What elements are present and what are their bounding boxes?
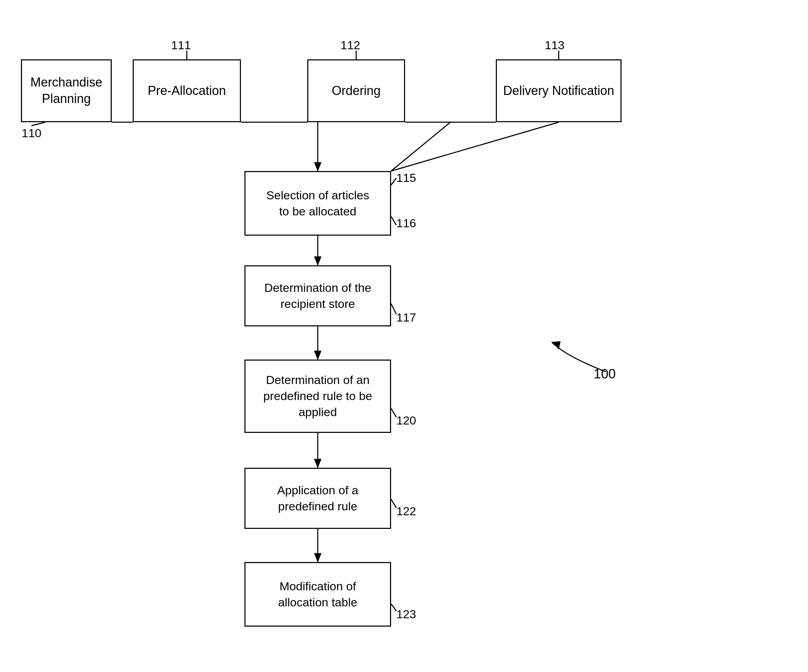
ordering-box: Ordering (307, 59, 405, 122)
svg-line-19 (391, 217, 396, 225)
svg-marker-25 (552, 342, 561, 349)
merchandise-planning-box: Merchandise Planning (21, 59, 112, 122)
svg-line-8 (391, 122, 451, 171)
delivery-notification-box: Delivery Notification (496, 59, 621, 122)
ref-100: 100 (594, 367, 616, 382)
pre-allocation-label: Pre-Allocation (148, 83, 226, 99)
selection-label: Selection of articlesto be allocated (266, 187, 369, 220)
ref-123: 123 (396, 607, 416, 621)
svg-marker-11 (314, 257, 321, 265)
ref-111: 111 (171, 38, 191, 52)
modification-label: Modification ofallocation table (278, 579, 357, 610)
selection-box: Selection of articlesto be allocated (244, 171, 391, 236)
determination-store-label: Determination of therecipient store (264, 280, 371, 312)
svg-line-24 (32, 122, 45, 126)
ref-113: 113 (545, 38, 564, 52)
pre-allocation-box: Pre-Allocation (133, 59, 241, 122)
ref-115: 115 (396, 171, 416, 185)
merchandise-planning-label: Merchandise Planning (25, 74, 107, 107)
svg-line-18 (391, 178, 396, 185)
svg-marker-7 (314, 162, 321, 171)
diagram-container: Merchandise Planning Pre-Allocation Orde… (0, 0, 808, 672)
svg-line-21 (391, 409, 396, 417)
ref-120: 120 (396, 414, 416, 427)
ref-110: 110 (22, 127, 42, 140)
ref-122: 122 (396, 504, 416, 518)
ref-116: 116 (396, 217, 416, 230)
ordering-label: Ordering (332, 83, 381, 99)
svg-marker-17 (314, 553, 321, 562)
ref-112: 112 (341, 38, 361, 52)
determination-rule-label: Determination of anpredefined rule to be… (263, 372, 372, 420)
application-rule-label: Application of apredefined rule (277, 482, 359, 515)
svg-line-9 (391, 122, 559, 171)
determination-store-box: Determination of therecipient store (244, 265, 391, 327)
application-rule-box: Application of apredefined rule (244, 468, 391, 529)
svg-marker-15 (314, 459, 321, 468)
svg-line-23 (391, 604, 396, 611)
svg-marker-13 (314, 351, 321, 360)
ref-117: 117 (396, 311, 416, 324)
svg-line-22 (391, 499, 396, 508)
svg-line-20 (391, 304, 396, 314)
determination-rule-box: Determination of anpredefined rule to be… (244, 360, 391, 433)
modification-box: Modification ofallocation table (244, 562, 391, 627)
delivery-notification-label: Delivery Notification (503, 83, 614, 99)
